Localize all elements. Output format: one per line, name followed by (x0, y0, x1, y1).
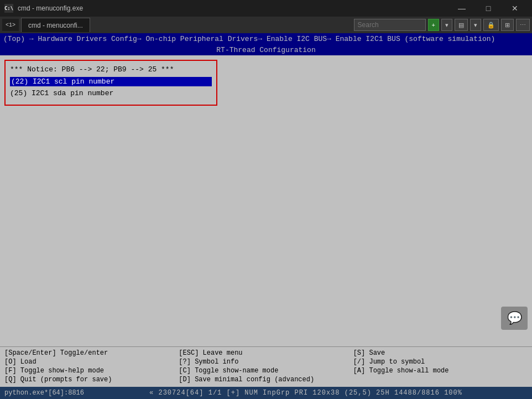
info-row-3: [F] Toggle show-help mode [C] Toggle sho… (4, 367, 528, 375)
rt-thread-label: RT-Thread Configuration (0, 45, 532, 55)
search-input[interactable] (354, 19, 426, 31)
window-controls: — □ ✕ (449, 0, 528, 17)
info-col-1-2: [ESC] Leave menu (179, 349, 353, 357)
tab-icon: <1> (2, 19, 19, 31)
columns-button[interactable]: ⊞ (501, 19, 514, 31)
info-col-3-3: [A] Toggle show-all mode (353, 367, 528, 375)
info-row-2: [O] Load [?] Symbol info [/] Jump to sym… (4, 358, 528, 366)
minimize-button[interactable]: — (449, 0, 474, 17)
notice-line: *** Notice: PB6 --> 22; PB9 --> 25 *** (10, 65, 212, 74)
breadcrumb: (Top) → Hardware Drivers Config→ On-chip… (0, 33, 532, 45)
info-col-2-1: [O] Load (4, 358, 179, 366)
tab-bar: <1> cmd - menuconfi... + ▾ ▤ ▾ 🔒 ⊞ ⋯ (0, 17, 532, 33)
main-content: *** Notice: PB6 --> 22; PB9 --> 25 *** (… (0, 55, 532, 346)
status-center: « 230724[64] 1/1 [+] NUM InpGrp PRI 120x… (149, 389, 462, 397)
config-item-scl[interactable]: (22) I2C1 scl pin number (10, 77, 212, 86)
info-bar: [Space/Enter] Toggle/enter [ESC] Leave m… (0, 346, 532, 387)
chat-icon: 💬 (501, 307, 528, 330)
view-button[interactable]: ▤ (455, 19, 468, 31)
info-row-4: [Q] Quit (prompts for save) [D] Save min… (4, 376, 528, 384)
info-col-4-3 (353, 376, 528, 384)
status-left: python.exe*[64]:8816 (4, 389, 84, 397)
info-row-1: [Space/Enter] Toggle/enter [ESC] Leave m… (4, 349, 528, 357)
maximize-button[interactable]: □ (476, 0, 501, 17)
info-col-4-1: [Q] Quit (prompts for save) (4, 376, 179, 384)
info-col-1-3: [S] Save (353, 349, 528, 357)
window-title: cmd - menuconfig.exe (18, 4, 83, 12)
more-button[interactable]: ⋯ (516, 19, 530, 31)
info-col-2-2: [?] Symbol info (179, 358, 353, 366)
close-button[interactable]: ✕ (502, 0, 528, 17)
add-button[interactable]: + (428, 19, 439, 31)
info-col-3-2: [C] Toggle show-name mode (179, 367, 353, 375)
title-bar: C:\ cmd - menuconfig.exe — □ ✕ (0, 0, 532, 17)
view-button-2[interactable]: ▾ (470, 19, 481, 31)
config-panel: *** Notice: PB6 --> 22; PB9 --> 25 *** (… (4, 60, 217, 106)
info-col-1-1: [Space/Enter] Toggle/enter (4, 349, 179, 357)
info-col-2-3: [/] Jump to symbol (353, 358, 528, 366)
config-item-sda[interactable]: (25) I2C1 sda pin number (10, 89, 212, 98)
lock-button[interactable]: 🔒 (483, 19, 499, 31)
status-bar: python.exe*[64]:8816 « 230724[64] 1/1 [+… (0, 387, 532, 399)
info-col-4-2: [D] Save minimal config (advanced) (179, 376, 353, 384)
dropdown-button[interactable]: ▾ (441, 19, 452, 31)
title-bar-left: C:\ cmd - menuconfig.exe (4, 4, 83, 13)
tab-label[interactable]: cmd - menuconfi... (21, 18, 90, 32)
app-icon: C:\ (4, 4, 13, 13)
info-col-3-1: [F] Toggle show-help mode (4, 367, 179, 375)
toolbar-right: + ▾ ▤ ▾ 🔒 ⊞ ⋯ (354, 19, 530, 31)
